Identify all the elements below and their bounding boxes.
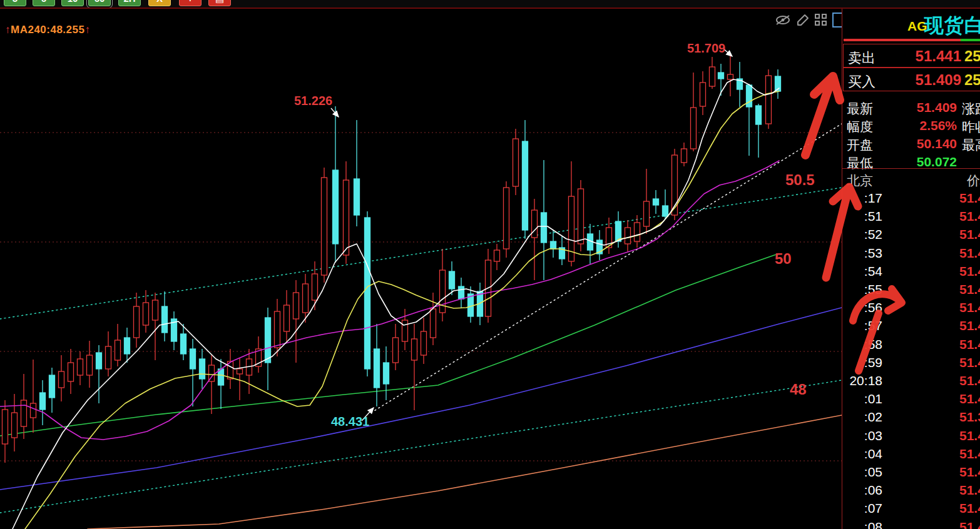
- timeframe-toolbar: 5610602HX+▤: [0, 0, 980, 8]
- tick-row[interactable]: :5651.4: [842, 300, 980, 318]
- tick-row[interactable]: :0751.4: [842, 501, 980, 519]
- tick-row[interactable]: :0551.4: [842, 465, 980, 483]
- tick-time: 20:18: [842, 373, 882, 388]
- trendline-line: [371, 124, 842, 413]
- tick-time: :04: [842, 446, 882, 461]
- tick-price: 51.4: [959, 209, 980, 224]
- tick-row[interactable]: :0251.3: [842, 410, 980, 428]
- tick-time: :57: [842, 318, 882, 333]
- stat-value: 50.140: [879, 136, 957, 151]
- draw-pencil-icon[interactable]: [796, 13, 810, 27]
- grid-layout-icon[interactable]: [815, 14, 827, 26]
- tick-price: 51.4: [959, 264, 980, 279]
- quote-panel-header: AG 现货白银: [842, 9, 980, 39]
- up-arrow-icon: ↑: [5, 24, 11, 36]
- tick-row[interactable]: :0351.4: [842, 428, 980, 446]
- ma-value-text: MA240:48.255: [11, 24, 84, 36]
- tick-row[interactable]: :5251.4: [842, 227, 980, 245]
- tick-time: :05: [842, 465, 882, 480]
- tick-row[interactable]: :0451.4: [842, 446, 980, 465]
- tick-row[interactable]: :5751.4: [842, 318, 980, 336]
- tick-row[interactable]: :5951.4: [842, 355, 980, 373]
- buy-price: 51.409: [881, 71, 961, 89]
- hide-eye-icon[interactable]: [775, 13, 791, 27]
- stat-value: 2.56%: [879, 118, 957, 133]
- stat-value: 51.409: [879, 100, 957, 115]
- up-arrow-icon: ↑: [84, 24, 90, 36]
- candles: [3, 56, 781, 463]
- tick-time: :06: [842, 483, 882, 498]
- tick-time: :54: [842, 264, 882, 279]
- tick-time: :58: [842, 337, 882, 352]
- tick-time: :51: [842, 209, 882, 224]
- stat-label: 开盘: [847, 136, 873, 154]
- tick-time: :53: [842, 246, 882, 261]
- channel-upper-line: [0, 188, 842, 319]
- header-divider-red: [844, 39, 961, 41]
- ma-indicator-label: ↑MA240:48.255↑: [5, 24, 90, 36]
- tick-row[interactable]: :1751.4: [842, 191, 980, 209]
- tick-row[interactable]: :0651.4: [842, 483, 980, 501]
- tick-row[interactable]: :0151.4: [842, 391, 980, 410]
- stat-label: 幅度: [847, 118, 873, 136]
- stat-label-secondary: 最高: [962, 136, 980, 154]
- chart-canvas[interactable]: [0, 9, 842, 529]
- tick-row[interactable]: :5451.4: [842, 264, 980, 282]
- tick-time: :56: [842, 300, 882, 315]
- toolbar-button-▤[interactable]: ▤: [208, 0, 231, 6]
- toolbar-button-x[interactable]: X: [148, 0, 171, 6]
- tick-row[interactable]: :5151.4: [842, 209, 980, 227]
- ma-white-line: [13, 79, 779, 529]
- tick-row[interactable]: 20:1851.4: [842, 373, 980, 391]
- header-divider-green: [961, 39, 980, 41]
- sell-quote-row[interactable]: 卖出 51.441 25: [843, 44, 980, 68]
- stat-row-最新: 最新51.409涨跌: [842, 99, 980, 117]
- tick-price: 51.4: [959, 446, 980, 461]
- tick-time: :07: [842, 501, 882, 516]
- tick-time: :17: [842, 191, 882, 206]
- toolbar-button-6[interactable]: 6: [33, 0, 55, 6]
- ma240-orange-line: [88, 415, 842, 529]
- buy-qty: 25: [964, 71, 980, 89]
- tick-row[interactable]: :5551.4: [842, 282, 980, 300]
- tick-list-price-header: 价格: [967, 172, 980, 189]
- stat-value: 50.072: [879, 154, 957, 169]
- stat-label: 最低: [847, 154, 873, 172]
- tick-price: 51.4: [959, 227, 980, 242]
- chart-area[interactable]: ↑MA240:48.255↑ 51.22651.70948.43150.5504…: [0, 9, 842, 529]
- sell-qty: 25: [964, 48, 980, 65]
- tick-row[interactable]: :0851.4: [842, 520, 980, 529]
- toolbar-button-10[interactable]: 10: [61, 0, 84, 6]
- trading-app: { "toolbar": { "buttons": [ {"label":"5"…: [0, 0, 980, 529]
- ma-magenta-line: [0, 161, 779, 440]
- price-annotation-label: 50: [775, 250, 792, 268]
- toolbar-divider: [0, 8, 980, 9]
- tick-row[interactable]: :5351.4: [842, 246, 980, 264]
- chart-toolbar-icons: [775, 13, 850, 28]
- tick-time: :08: [842, 520, 882, 529]
- toolbar-button-2h[interactable]: 2H: [118, 0, 141, 6]
- tick-time: :55: [842, 282, 882, 297]
- tick-price: 51.4: [959, 391, 980, 406]
- tick-price: 51.4: [959, 355, 980, 370]
- tick-price: 51.4: [959, 337, 980, 352]
- toolbar-button-60[interactable]: 60: [88, 0, 111, 6]
- pointer-arrow-icon: [331, 108, 339, 117]
- stat-row-幅度: 幅度2.56%昨收: [842, 117, 980, 135]
- list-divider: [842, 168, 980, 169]
- buy-quote-row[interactable]: 买入 51.409 25: [843, 68, 980, 91]
- stat-label-secondary: 涨跌: [962, 100, 980, 118]
- tick-time: :59: [842, 355, 882, 370]
- sell-label: 卖出: [848, 49, 875, 68]
- price-annotation-label: 50.5: [785, 171, 815, 189]
- toolbar-button-5[interactable]: 5: [4, 0, 26, 6]
- tick-row[interactable]: :5851.4: [842, 337, 980, 355]
- tick-list-header: 北京 价格: [842, 172, 980, 188]
- tick-price: 51.4: [959, 246, 980, 261]
- symbol-name: 现货白银: [924, 13, 980, 39]
- tick-list-city-header: 北京: [847, 172, 873, 189]
- tick-price: 51.4: [959, 465, 980, 480]
- toolbar-button-+[interactable]: +: [179, 0, 202, 6]
- sell-price: 51.441: [881, 48, 961, 65]
- tick-price: 51.4: [959, 483, 980, 498]
